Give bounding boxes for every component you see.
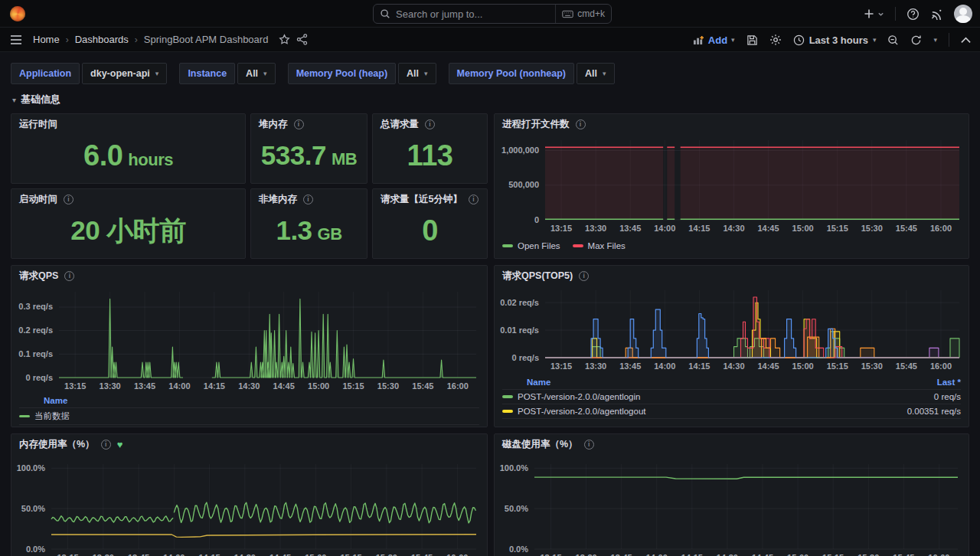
breadcrumb-separator: ›	[135, 34, 138, 45]
save-icon[interactable]	[746, 34, 758, 46]
settings-gear-icon[interactable]	[769, 34, 782, 46]
breadcrumb-home[interactable]: Home	[33, 34, 60, 45]
svg-text:15:30: 15:30	[861, 361, 883, 371]
svg-text:0.0%: 0.0%	[26, 545, 45, 554]
search-input[interactable]: Search or jump to... cmd+k	[373, 4, 612, 24]
grafana-logo[interactable]	[10, 6, 25, 21]
legend-item[interactable]: Max Files	[573, 241, 626, 250]
variable-value-memory-pool-nonheap[interactable]: All▾	[577, 63, 615, 84]
legend-column-name[interactable]: Name	[527, 378, 550, 387]
shortcut-hint: cmd+k	[555, 5, 605, 23]
stat-value: 533.7MB	[261, 140, 357, 171]
legend-row[interactable]: POST-/version-2.0.0/agentlogin0 req/s	[502, 389, 961, 404]
info-icon[interactable]: i	[64, 195, 74, 204]
memory-usage-chart[interactable]: 13:1513:3013:4514:0014:1514:3014:4515:00…	[11, 454, 487, 556]
request-qps-chart[interactable]: 13:1513:3013:4514:0014:1514:3014:4515:00…	[11, 286, 487, 393]
disk-usage-chart[interactable]: 13:1513:3013:4514:0014:1514:3014:4515:00…	[495, 454, 969, 556]
favorite-star-icon[interactable]	[279, 34, 290, 45]
svg-text:14:30: 14:30	[238, 381, 260, 391]
mega-menu-icon[interactable]	[10, 34, 22, 45]
info-icon[interactable]: i	[64, 271, 74, 281]
panel-title[interactable]: 请求QPS(TOP5)i	[495, 266, 969, 286]
svg-text:14:45: 14:45	[270, 553, 291, 556]
panel-title[interactable]: 运行时间	[11, 114, 245, 134]
svg-text:16:00: 16:00	[930, 361, 952, 371]
panel-title[interactable]: 启动时间i	[11, 189, 245, 209]
variable-value-application[interactable]: dky-open-api▾	[82, 63, 167, 84]
open-files-chart[interactable]: 13:1513:3013:4514:0014:1514:3014:4515:00…	[495, 134, 969, 238]
qps-legend: Name 当前数据	[19, 394, 479, 425]
info-icon[interactable]: i	[584, 440, 594, 450]
health-ok-heart-icon: ♥	[117, 440, 123, 450]
svg-text:100.0%: 100.0%	[17, 463, 46, 473]
panel-title[interactable]: 非堆内存i	[251, 189, 367, 209]
svg-text:16:00: 16:00	[447, 381, 469, 391]
svg-text:15:30: 15:30	[861, 224, 883, 233]
panel-title[interactable]: 请求QPSi	[11, 266, 487, 286]
panel-title[interactable]: 磁盘使用率（%）i	[495, 434, 969, 454]
info-icon[interactable]: i	[101, 440, 111, 450]
variable-label-memory-pool-heap: Memory Pool (heap)	[288, 63, 396, 84]
svg-text:0 req/s: 0 req/s	[512, 353, 539, 362]
info-icon[interactable]: i	[579, 271, 589, 281]
svg-text:14:00: 14:00	[168, 381, 190, 391]
info-icon[interactable]: i	[303, 195, 313, 204]
variable-value-memory-pool-heap[interactable]: All▾	[398, 63, 436, 84]
time-range-picker[interactable]: Last 3 hours ▾	[793, 34, 877, 46]
request-qps-top5-chart[interactable]: 13:1513:3013:4514:0014:1514:3014:4515:00…	[495, 286, 969, 374]
variable-label-application: Application	[11, 63, 80, 84]
divider	[949, 33, 949, 47]
variable-label-instance: Instance	[179, 63, 235, 84]
stat-value: 1.3GB	[276, 215, 341, 246]
help-icon[interactable]	[906, 8, 920, 21]
variable-value-instance[interactable]: All▾	[237, 63, 276, 84]
legend-column-last[interactable]: Last *	[937, 378, 961, 387]
panel-memory-usage: 内存使用率（%）i♥ 13:1513:3013:4514:0014:1514:3…	[11, 433, 488, 556]
refresh-interval-dropdown[interactable]: ▾	[933, 36, 937, 44]
row-header-basic-info[interactable]: ▾ 基础信息	[12, 93, 60, 106]
collapse-toolbar-icon[interactable]	[961, 37, 971, 44]
svg-text:50.0%: 50.0%	[21, 504, 45, 513]
legend-row[interactable]: 当前数据	[19, 407, 479, 424]
svg-text:16:00: 16:00	[446, 553, 468, 556]
info-icon[interactable]: i	[469, 195, 479, 204]
legend-row[interactable]: POST-/version-2.0.0/agentlogout0.00351 r…	[502, 404, 961, 418]
panel-start-time: 启动时间i 20 小时前	[11, 188, 246, 259]
svg-text:0 req/s: 0 req/s	[26, 373, 53, 382]
info-icon[interactable]: i	[294, 119, 304, 129]
svg-text:13:15: 13:15	[550, 224, 572, 233]
svg-text:13:30: 13:30	[100, 381, 121, 391]
zoom-out-icon[interactable]	[887, 34, 899, 46]
legend-item[interactable]: Open Files	[502, 241, 560, 250]
news-icon[interactable]	[930, 8, 943, 21]
info-icon[interactable]: i	[425, 119, 435, 129]
breadcrumb-current: SpringBoot APM Dashboard	[144, 34, 269, 45]
panel-title[interactable]: 内存使用率（%）i♥	[11, 434, 487, 454]
panel-title[interactable]: 堆内存i	[251, 114, 367, 134]
svg-text:16:00: 16:00	[928, 553, 949, 556]
info-icon[interactable]: i	[576, 119, 586, 129]
svg-text:13:15: 13:15	[540, 553, 561, 556]
legend-column-name[interactable]: Name	[44, 396, 67, 405]
panel-title[interactable]: 总请求量i	[373, 114, 487, 134]
shortcut-label: cmd+k	[577, 8, 605, 19]
svg-text:15:15: 15:15	[342, 381, 364, 391]
qps-top5-legend: NameLast * POST-/version-2.0.0/agentlogi…	[502, 376, 961, 419]
chevron-down-icon: ▾	[263, 70, 267, 77]
new-menu-button[interactable]	[864, 8, 884, 19]
svg-text:14:15: 14:15	[681, 553, 703, 556]
stat-value: 6.0hours	[83, 139, 173, 172]
share-icon[interactable]	[296, 34, 308, 45]
user-avatar[interactable]	[954, 5, 972, 23]
panel-title[interactable]: 进程打开文件数i	[495, 114, 969, 134]
svg-text:16:00: 16:00	[930, 224, 952, 233]
open-files-legend: Open Files Max Files	[495, 238, 969, 250]
add-panel-button[interactable]: Add ▾	[693, 34, 735, 46]
svg-text:0.2 req/s: 0.2 req/s	[18, 325, 53, 335]
svg-text:13:30: 13:30	[576, 553, 597, 556]
panel-title[interactable]: 请求量【近5分钟】i	[373, 189, 487, 209]
dashboard-toolbar: Home › Dashboards › SpringBoot APM Dashb…	[0, 28, 980, 52]
svg-text:0.0%: 0.0%	[509, 545, 528, 554]
breadcrumb-dashboards[interactable]: Dashboards	[75, 34, 129, 45]
refresh-icon[interactable]	[910, 34, 922, 46]
